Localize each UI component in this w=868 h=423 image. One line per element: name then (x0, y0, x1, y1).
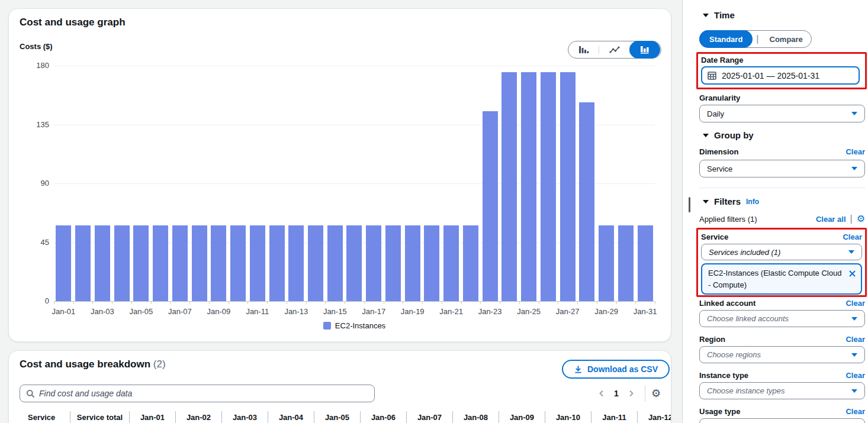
column-header-jan-05[interactable]: Jan-05 (314, 411, 360, 423)
bar-Jan-15[interactable] (327, 225, 343, 301)
service-clear-link[interactable]: Clear (843, 233, 862, 241)
dimension-clear-link[interactable]: Clear (846, 147, 865, 156)
column-header-jan-12[interactable]: Jan-12 (637, 411, 671, 423)
bar-Jan-22[interactable] (463, 225, 478, 301)
x-tick (422, 301, 423, 304)
bar-Jan-29[interactable] (599, 225, 614, 301)
service-filter-token[interactable]: EC2-Instances (Elastic Compute Cloud - C… (701, 263, 862, 295)
clear-link[interactable]: Clear (846, 299, 865, 308)
y-tick-label: 45 (17, 238, 49, 247)
bar-Jan-17[interactable] (366, 225, 381, 301)
x-tick (597, 301, 597, 304)
bar-Jan-21[interactable] (443, 225, 459, 301)
remove-token-x-icon[interactable] (848, 269, 856, 281)
clear-link[interactable]: Clear (846, 335, 865, 344)
filters-info-link[interactable]: Info (746, 198, 759, 206)
gridline (54, 301, 655, 302)
bar-Jan-05[interactable] (133, 225, 149, 301)
compare-mode-button[interactable]: Compare (761, 35, 811, 44)
x-tick (480, 301, 481, 304)
bar-Jan-24[interactable] (501, 72, 517, 301)
page-number[interactable]: 1 (609, 389, 623, 398)
bar-Jan-09[interactable] (211, 225, 226, 301)
filters-section-header[interactable]: Filters Info (703, 196, 759, 206)
group-by-section-header[interactable]: Group by (703, 130, 754, 140)
filter-select[interactable] (699, 418, 865, 423)
bar-Jan-01[interactable] (56, 225, 71, 301)
filters-heading: Filters (714, 196, 741, 206)
dimension-label: Dimension (699, 147, 738, 156)
bar-Jan-08[interactable] (192, 225, 207, 301)
x-tick (73, 301, 74, 304)
bar-Jan-12[interactable] (269, 225, 285, 301)
filter-group-usage-type: Usage typeClear (699, 406, 865, 423)
column-header-jan-08[interactable]: Jan-08 (452, 411, 499, 423)
bar-Jan-07[interactable] (172, 225, 188, 301)
bar-Jan-04[interactable] (114, 225, 130, 301)
column-header-service[interactable]: Service (20, 411, 70, 423)
x-tick-label: Jan-07 (168, 307, 192, 316)
applied-filters-label: Applied filters (1) (699, 215, 757, 224)
search-icon (26, 389, 35, 398)
column-header-jan-07[interactable]: Jan-07 (406, 411, 452, 423)
bar-Jan-31[interactable] (638, 225, 653, 301)
histogram-icon[interactable] (568, 41, 599, 58)
x-tick (655, 301, 655, 304)
filter-select[interactable]: Choose linked accounts (699, 310, 865, 327)
x-tick (616, 301, 617, 304)
column-header-jan-03[interactable]: Jan-03 (221, 411, 268, 423)
time-section-header[interactable]: Time (703, 10, 735, 20)
download-csv-button[interactable]: Download as CSV (562, 360, 670, 379)
bar-Jan-03[interactable] (95, 225, 110, 301)
bar-Jan-13[interactable] (288, 225, 304, 301)
download-csv-label: Download as CSV (587, 364, 658, 374)
clear-all-link[interactable]: Clear all (816, 215, 846, 224)
column-header-jan-06[interactable]: Jan-06 (360, 411, 406, 423)
scrollbar-thumb[interactable] (689, 197, 690, 212)
bar-Jan-27[interactable] (560, 72, 576, 301)
bar-Jan-26[interactable] (541, 72, 556, 301)
column-header-jan-01[interactable]: Jan-01 (129, 411, 175, 423)
filter-select[interactable]: Choose regions (699, 346, 865, 363)
bar-Jan-19[interactable] (405, 225, 420, 301)
granularity-select[interactable]: Daily (699, 105, 865, 122)
bar-Jan-10[interactable] (230, 225, 246, 301)
standard-mode-button[interactable]: Standard (699, 30, 753, 48)
column-header-service-total[interactable]: Service total (70, 411, 129, 423)
select-placeholder: Choose linked accounts (707, 314, 789, 323)
dimension-select[interactable]: Service (699, 160, 865, 177)
column-header-jan-10[interactable]: Jan-10 (545, 411, 591, 423)
bar-Jan-18[interactable] (385, 225, 401, 301)
bar-Jan-23[interactable] (483, 111, 498, 301)
bar-Jan-11[interactable] (250, 225, 265, 301)
column-header-jan-02[interactable]: Jan-02 (175, 411, 221, 423)
service-include-select[interactable]: Services included (1) (701, 244, 862, 260)
bar-Jan-30[interactable] (618, 225, 634, 301)
search-input[interactable] (39, 389, 368, 398)
column-header-jan-11[interactable]: Jan-11 (591, 411, 637, 423)
bar-Jan-02[interactable] (75, 225, 91, 301)
x-tick (189, 301, 190, 304)
filter-select[interactable]: Choose instance types (699, 382, 865, 399)
date-range-input[interactable]: 2025-01-01 — 2025-01-31 (701, 66, 860, 85)
prev-page-icon[interactable] (594, 386, 609, 401)
chevron-down-icon (851, 353, 857, 357)
bar-Jan-20[interactable] (424, 225, 439, 301)
bar-Jan-14[interactable] (308, 225, 323, 301)
x-tick (306, 301, 307, 304)
service-include-value: Services included (1) (709, 248, 780, 257)
clear-link[interactable]: Clear (846, 407, 865, 416)
bar-Jan-28[interactable] (579, 102, 594, 301)
clear-link[interactable]: Clear (846, 371, 865, 380)
bar-chart-icon[interactable] (629, 41, 660, 59)
bar-Jan-25[interactable] (521, 72, 536, 301)
next-page-icon[interactable] (623, 386, 639, 401)
bar-Jan-06[interactable] (153, 225, 168, 301)
bar-Jan-16[interactable] (346, 225, 362, 301)
filters-settings-gear-icon[interactable]: ⚙ (857, 214, 865, 224)
line-chart-icon[interactable] (599, 41, 629, 58)
x-tick (247, 301, 248, 304)
column-header-jan-04[interactable]: Jan-04 (268, 411, 314, 423)
table-settings-gear-icon[interactable]: ⚙ (651, 388, 661, 399)
column-header-jan-09[interactable]: Jan-09 (499, 411, 545, 423)
